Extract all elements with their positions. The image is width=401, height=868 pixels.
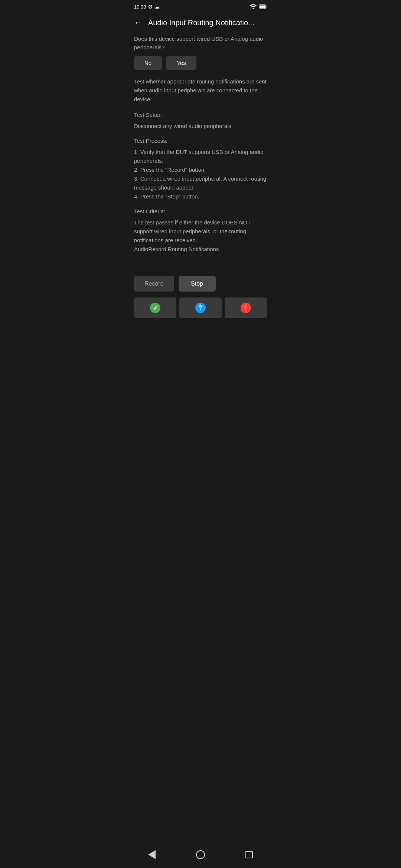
header: ← Audio Input Routing Notificatio...: [128, 13, 273, 32]
content-area: Does this device support wired USB or An…: [128, 32, 273, 263]
pass-button[interactable]: ✓: [134, 297, 176, 318]
svg-point-0: [252, 8, 254, 9]
setup-title: Test Setup:: [134, 111, 267, 119]
choice-buttons: No Yes: [134, 56, 267, 70]
criteria-title: Test Criteria:: [134, 207, 267, 216]
fail-button[interactable]: !: [225, 297, 267, 318]
status-bar: 10:38 G ☁: [128, 0, 273, 13]
criteria-body: The test passes if either the device DOE…: [134, 218, 267, 254]
result-buttons: ✓ ? !: [128, 297, 273, 324]
test-setup-section: Test Setup: Disconnect any wired audio p…: [134, 111, 267, 131]
status-bar-left: 10:38 G ☁: [134, 4, 160, 10]
cloud-icon: ☁: [154, 4, 160, 10]
test-criteria-section: Test Criteria: The test passes if either…: [134, 207, 267, 254]
stop-button[interactable]: Stop: [179, 276, 216, 292]
no-button[interactable]: No: [134, 56, 162, 70]
back-button[interactable]: ←: [134, 18, 142, 27]
status-bar-right: [250, 4, 267, 9]
yes-button[interactable]: Yes: [166, 56, 196, 70]
test-process-section: Test Process: 1. Verify that the DUT sup…: [134, 137, 267, 201]
pass-icon: ✓: [150, 303, 160, 313]
process-title: Test Process:: [134, 137, 267, 145]
question-icon: ?: [195, 303, 206, 313]
wifi-icon: [250, 4, 257, 9]
question-button[interactable]: ?: [179, 297, 222, 318]
record-button[interactable]: Record: [134, 276, 174, 292]
battery-icon: [259, 4, 267, 9]
description-text: Test whether appropriate routing notific…: [134, 77, 267, 104]
action-buttons: Record Stop: [128, 270, 273, 297]
google-icon: G: [149, 4, 153, 10]
question-text: Does this device support wired USB or An…: [134, 35, 267, 52]
page-title: Audio Input Routing Notificatio...: [148, 19, 254, 27]
fail-icon: !: [241, 303, 251, 313]
svg-rect-2: [260, 5, 265, 8]
process-body: 1. Verify that the DUT supports USB or A…: [134, 148, 267, 201]
time-display: 10:38: [134, 4, 146, 10]
setup-body: Disconnect any wired audio peripherals.: [134, 122, 267, 131]
